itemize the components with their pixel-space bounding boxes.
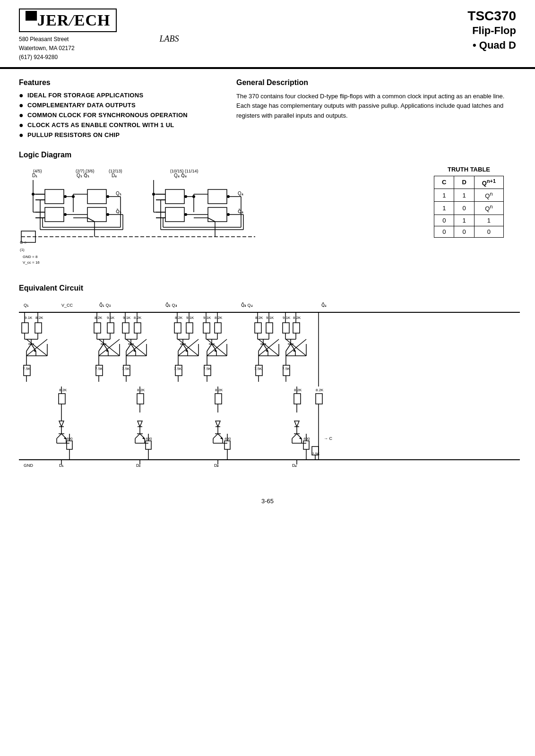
svg-text:Q₁: Q₁ — [116, 191, 121, 196]
svg-rect-45 — [208, 189, 227, 204]
svg-text:400: 400 — [303, 437, 310, 441]
svg-text:8.2K: 8.2K — [137, 388, 145, 392]
svg-rect-229 — [215, 323, 221, 333]
svg-point-28 — [106, 213, 109, 216]
svg-text:8.2K: 8.2K — [294, 388, 302, 392]
svg-line-71 — [208, 218, 215, 222]
cell-d: 1 — [454, 215, 474, 226]
table-row: 0 0 0 — [434, 226, 504, 237]
cell-c: 0 — [434, 226, 454, 237]
svg-marker-317 — [216, 421, 220, 427]
page-header: ▀JER/ECH 580 Pleasant Street Watertown, … — [0, 0, 535, 69]
svg-text:9.1K: 9.1K — [123, 316, 131, 320]
table-row: 1 0 Qn — [434, 202, 504, 215]
bullet-icon: ● — [19, 131, 24, 139]
svg-rect-267 — [255, 323, 261, 333]
svg-rect-196 — [67, 441, 72, 449]
svg-line-320 — [213, 434, 218, 438]
svg-text:8.2K: 8.2K — [215, 388, 223, 392]
svg-rect-138 — [107, 323, 114, 333]
svg-rect-295 — [293, 323, 300, 333]
svg-text:D₁: D₁ — [32, 173, 37, 178]
cell-c: 0 — [434, 215, 454, 226]
svg-text:8.2K: 8.2K — [316, 388, 324, 392]
svg-line-254 — [135, 434, 140, 438]
col-header-qn1: Qn+1 — [474, 176, 503, 189]
svg-text:9.1K: 9.1K — [203, 316, 211, 320]
svg-text:Q̄₄: Q̄₄ — [321, 302, 327, 308]
svg-rect-134 — [94, 323, 101, 333]
svg-rect-205 — [186, 323, 193, 333]
svg-text:V_CC: V_CC — [61, 303, 73, 308]
svg-point-99 — [72, 195, 75, 198]
truth-table: C D Qn+1 1 1 Qn 1 0 — [434, 176, 504, 238]
svg-line-188 — [57, 434, 61, 438]
page-footer: 3-65 — [0, 498, 535, 514]
svg-rect-162 — [134, 323, 141, 333]
part-number: TSC370 — [467, 9, 516, 24]
main-content: Features ●IDEAL FOR STORAGE APPLICATIONS… — [0, 69, 535, 488]
logic-diagram-heading: Logic Diagram — [19, 151, 516, 159]
features-list: ●IDEAL FOR STORAGE APPLICATIONS ●COMPLEM… — [19, 92, 217, 139]
svg-text:(1): (1) — [20, 248, 25, 252]
cell-d: 0 — [454, 202, 474, 215]
svg-text:D₄: D₄ — [112, 173, 117, 178]
svg-text:Q̄₂  Q₃: Q̄₂ Q₃ — [165, 302, 177, 308]
cell-d: 0 — [454, 226, 474, 237]
general-desc-heading: General Description — [236, 78, 516, 87]
svg-text:8.2K: 8.2K — [35, 316, 43, 320]
logo-area: ▀JER/ECH 580 Pleasant Street Watertown, … — [19, 9, 179, 62]
equiv-circuit-heading: Equivalent Circuit — [19, 284, 516, 292]
bullet-icon: ● — [19, 102, 24, 109]
svg-text:D₃: D₃ — [214, 463, 219, 468]
svg-text:Q₄  Q̄₄: Q₄ Q̄₄ — [174, 173, 187, 178]
svg-text:9.1K: 9.1K — [186, 316, 194, 320]
list-item: ●COMPLEMENTARY DATA OUTPUTS — [19, 102, 217, 109]
svg-rect-315 — [215, 394, 222, 404]
svg-point-42 — [184, 213, 187, 216]
svg-rect-38 — [165, 207, 184, 222]
svg-text:D₄: D₄ — [292, 463, 297, 468]
svg-rect-158 — [122, 323, 129, 333]
svg-point-49 — [227, 195, 230, 198]
cell-q: 1 — [474, 215, 503, 226]
svg-text:8.2K: 8.2K — [255, 316, 263, 320]
bullet-icon: ● — [19, 121, 24, 129]
svg-text:D₂: D₂ — [136, 463, 141, 468]
list-item: ●COMMON CLOCK FOR SYNCHRONOUS OPERATION — [19, 112, 217, 119]
svg-rect-271 — [266, 323, 273, 333]
col-header-c: C — [434, 176, 454, 189]
svg-text:8.2K: 8.2K — [95, 316, 103, 320]
features-heading: Features — [19, 78, 217, 87]
svg-line-299 — [286, 344, 291, 351]
list-item: ●PULLUP RESISTORS ON CHIP — [19, 131, 217, 139]
svg-rect-33 — [165, 189, 184, 204]
address: 580 Pleasant Street Watertown, MA 02172 … — [19, 35, 117, 62]
svg-point-98 — [192, 195, 195, 198]
svg-line-166 — [126, 344, 131, 351]
bullet-icon: ● — [19, 92, 24, 99]
svg-rect-8 — [45, 189, 64, 204]
cell-d: 1 — [454, 189, 474, 201]
svg-text:8.2K: 8.2K — [59, 388, 67, 392]
col-header-d: D — [454, 176, 474, 189]
svg-rect-262 — [146, 441, 151, 449]
svg-text:Q̄₁  Q₂: Q̄₁ Q₂ — [99, 302, 111, 308]
list-item: ●CLOCK ACTS AS ENABLE CONTROL WITH 1 UL — [19, 121, 217, 129]
svg-text:GND = 8: GND = 8 — [23, 255, 38, 259]
svg-text:400: 400 — [146, 437, 152, 441]
svg-rect-333 — [294, 394, 301, 404]
labs-text: LABS — [159, 34, 179, 44]
svg-rect-13 — [45, 207, 64, 222]
description-column: General Description The 370 contains fou… — [236, 78, 516, 141]
svg-rect-113 — [35, 323, 42, 333]
svg-point-96 — [32, 193, 35, 196]
svg-text:8.2K: 8.2K — [293, 316, 301, 320]
equivalent-circuit-svg: Q₁ V_CC Q̄₁ Q₂ Q̄₂ Q₃ Q̄₃ Q₄ Q̄₄ 9.1K 8.… — [19, 299, 520, 479]
svg-rect-346 — [303, 441, 309, 449]
diagram-row: (4/5) D₁ (2/7) (3/6) Q₁ Q̄₁ (12/13) D₄ (… — [19, 166, 516, 270]
table-row: 0 1 1 — [434, 215, 504, 226]
svg-point-37 — [184, 195, 187, 198]
bullet-icon: ● — [19, 112, 24, 119]
cell-q: Qn — [474, 189, 503, 201]
